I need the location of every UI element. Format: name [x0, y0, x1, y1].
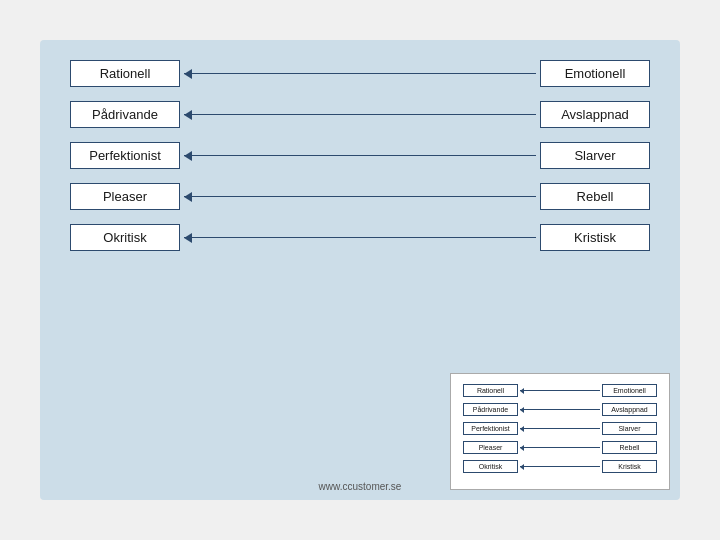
mini-label-kristisk: Kristisk [602, 460, 657, 473]
mini-label-okritisk: Okritisk [463, 460, 518, 473]
mini-label-avslappnad: Avslappnad [602, 403, 657, 416]
main-diagram-area: Rationell Emotionell Pådrivande Avslappn… [40, 40, 680, 500]
row-padrivande: Pådrivande Avslappnad [70, 101, 650, 128]
mini-row-pleaser: Pleaser Rebell [463, 441, 657, 454]
row-rationell: Rationell Emotionell [70, 60, 650, 87]
label-rebell: Rebell [540, 183, 650, 210]
mini-diagram: Rationell Emotionell Pådrivande Avslappn… [450, 373, 670, 490]
mini-arrow-perfektionist [520, 428, 600, 429]
label-kristisk: Kristisk [540, 224, 650, 251]
mini-label-emotionell: Emotionell [602, 384, 657, 397]
label-avslappnad: Avslappnad [540, 101, 650, 128]
mini-label-perfektionist: Perfektionist [463, 422, 518, 435]
mini-label-rationell: Rationell [463, 384, 518, 397]
label-padrivande: Pådrivande [70, 101, 180, 128]
label-perfektionist: Perfektionist [70, 142, 180, 169]
mini-arrow-padrivande [520, 409, 600, 410]
mini-row-okritisk: Okritisk Kristisk [463, 460, 657, 473]
arrow-rationell [184, 73, 536, 75]
row-perfektionist: Perfektionist Slarver [70, 142, 650, 169]
arrow-padrivande [184, 114, 536, 116]
mini-label-slarver: Slarver [602, 422, 657, 435]
mini-label-padrivande: Pådrivande [463, 403, 518, 416]
mini-row-rationell: Rationell Emotionell [463, 384, 657, 397]
website-label: www.ccustomer.se [319, 481, 402, 492]
arrow-perfektionist [184, 155, 536, 157]
mini-row-perfektionist: Perfektionist Slarver [463, 422, 657, 435]
label-rationell: Rationell [70, 60, 180, 87]
row-okritisk: Okritisk Kristisk [70, 224, 650, 251]
arrow-okritisk [184, 237, 536, 239]
label-pleaser: Pleaser [70, 183, 180, 210]
mini-arrow-pleaser [520, 447, 600, 448]
mini-label-rebell: Rebell [602, 441, 657, 454]
arrow-pleaser [184, 196, 536, 198]
mini-arrow-okritisk [520, 466, 600, 467]
mini-row-padrivande: Pådrivande Avslappnad [463, 403, 657, 416]
label-slarver: Slarver [540, 142, 650, 169]
mini-arrow-rationell [520, 390, 600, 391]
row-pleaser: Pleaser Rebell [70, 183, 650, 210]
label-emotionell: Emotionell [540, 60, 650, 87]
mini-label-pleaser: Pleaser [463, 441, 518, 454]
label-okritisk: Okritisk [70, 224, 180, 251]
